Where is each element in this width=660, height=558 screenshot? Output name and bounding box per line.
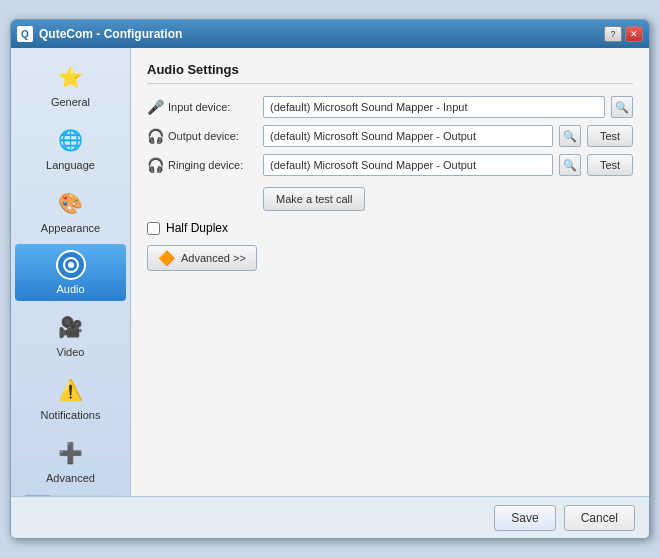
notifications-icon: ⚠️ [55,374,87,406]
sidebar-label-video: Video [57,346,85,358]
appearance-icon: 🎨 [55,187,87,219]
output-device-field[interactable] [263,125,553,147]
close-button[interactable]: ✕ [625,26,643,42]
advanced-button[interactable]: 🔶 Advanced >> [147,245,257,271]
sidebar-scrollbar: ◀ ▶ [11,493,130,496]
input-device-search-button[interactable]: 🔍 [611,96,633,118]
advanced-sidebar-icon: ➕ [55,437,87,469]
title-bar: Q QuteCom - Configuration ? ✕ [11,20,649,48]
advanced-button-icon: 🔶 [158,250,175,266]
microphone-icon: 🎤 [147,99,164,115]
sidebar-item-language[interactable]: 🌐 Language [15,118,126,177]
make-test-call-row: Make a test call [147,183,633,221]
ringing-device-search-button[interactable]: 🔍 [559,154,581,176]
app-icon: Q [17,26,33,42]
sidebar-label-general: General [51,96,90,108]
main-panel: Audio Settings 🎤 Input device: 🔍 🎧 Outpu… [131,48,649,496]
ringing-device-row: 🎧 Ringing device: 🔍 Test [147,154,633,176]
save-button[interactable]: Save [494,505,555,531]
sidebar-label-appearance: Appearance [41,222,100,234]
language-icon: 🌐 [55,124,87,156]
sidebar-label-advanced: Advanced [46,472,95,484]
title-bar-buttons: ? ✕ [604,26,643,42]
headphone-output-icon: 🎧 [147,128,164,144]
window-title: QuteCom - Configuration [39,27,604,41]
audio-icon [56,250,86,280]
headphone-ringing-icon: 🎧 [147,157,164,173]
input-device-label: 🎤 Input device: [147,99,257,115]
half-duplex-checkbox[interactable] [147,222,160,235]
video-icon: 🎥 [55,311,87,343]
input-device-row: 🎤 Input device: 🔍 [147,96,633,118]
advanced-button-label: Advanced >> [181,252,246,264]
content-area: ⭐ General 🌐 Language 🎨 Appearance Audio … [11,48,649,496]
scroll-track[interactable] [23,495,118,496]
sidebar-label-audio: Audio [56,283,84,295]
ringing-device-field[interactable] [263,154,553,176]
svg-point-1 [68,262,74,268]
ringing-device-label: 🎧 Ringing device: [147,157,257,173]
sidebar-item-video[interactable]: 🎥 Video [15,305,126,364]
sidebar-item-audio[interactable]: Audio [15,244,126,301]
general-icon: ⭐ [55,61,87,93]
advanced-button-row: 🔶 Advanced >> [147,245,633,271]
scroll-thumb [23,495,52,496]
cancel-button[interactable]: Cancel [564,505,635,531]
bottom-bar: Save Cancel [11,496,649,538]
sidebar-item-notifications[interactable]: ⚠️ Notifications [15,368,126,427]
output-test-button[interactable]: Test [587,125,633,147]
sidebar-item-appearance[interactable]: 🎨 Appearance [15,181,126,240]
input-device-field[interactable] [263,96,605,118]
sidebar-item-advanced[interactable]: ➕ Advanced [15,431,126,490]
output-device-search-button[interactable]: 🔍 [559,125,581,147]
main-window: Q QuteCom - Configuration ? ✕ ⭐ General … [10,19,650,539]
sidebar: ⭐ General 🌐 Language 🎨 Appearance Audio … [11,48,131,496]
output-device-row: 🎧 Output device: 🔍 Test [147,125,633,147]
half-duplex-label: Half Duplex [166,221,228,235]
sidebar-label-notifications: Notifications [41,409,101,421]
sidebar-label-language: Language [46,159,95,171]
panel-title: Audio Settings [147,62,633,84]
help-button[interactable]: ? [604,26,622,42]
output-device-label: 🎧 Output device: [147,128,257,144]
sidebar-item-general[interactable]: ⭐ General [15,55,126,114]
make-test-call-button[interactable]: Make a test call [263,187,365,211]
half-duplex-row: Half Duplex [147,221,633,235]
ringing-test-button[interactable]: Test [587,154,633,176]
